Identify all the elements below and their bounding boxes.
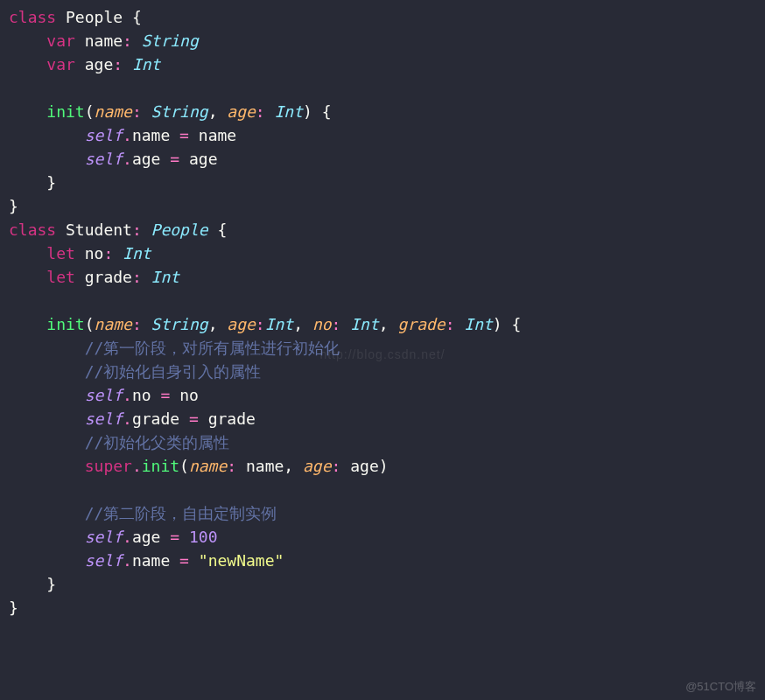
comma: , bbox=[293, 315, 303, 333]
type-int: Int bbox=[151, 268, 180, 286]
watermark-bottom-right: @51CTO博客 bbox=[685, 678, 756, 696]
type-string: String bbox=[151, 315, 208, 333]
self-keyword: self bbox=[85, 386, 123, 404]
comma: , bbox=[379, 315, 389, 333]
paren-close: ) bbox=[303, 102, 312, 121]
value: no bbox=[179, 386, 199, 404]
brace-close: } bbox=[46, 575, 56, 593]
equals: = bbox=[160, 386, 170, 404]
prop: age bbox=[132, 528, 161, 546]
keyword-class: class bbox=[9, 220, 56, 239]
self-keyword: self bbox=[85, 551, 123, 570]
type-int: Int bbox=[123, 244, 151, 262]
equals: = bbox=[170, 150, 179, 168]
comment: //第二阶段，自由定制实例 bbox=[85, 504, 277, 522]
type-string: String bbox=[142, 32, 199, 50]
brace-open: { bbox=[512, 315, 522, 333]
self-keyword: self bbox=[85, 150, 123, 168]
prop: name bbox=[132, 551, 170, 570]
param-name: name bbox=[95, 315, 132, 333]
value: grade bbox=[208, 410, 256, 428]
dot: . bbox=[123, 528, 132, 546]
arg-label: name bbox=[189, 457, 227, 475]
prop: name bbox=[132, 126, 170, 144]
brace-open: { bbox=[322, 102, 332, 121]
brace-close: } bbox=[46, 173, 56, 192]
number-literal: 100 bbox=[189, 528, 218, 546]
type-int: Int bbox=[275, 102, 304, 121]
colon: : bbox=[446, 315, 455, 333]
class-name: Student bbox=[66, 220, 132, 239]
string-literal: "newName" bbox=[199, 551, 284, 570]
type-int: Int bbox=[132, 55, 161, 74]
equals: = bbox=[179, 126, 189, 144]
colon: : bbox=[256, 315, 265, 333]
brace-close: } bbox=[9, 598, 18, 617]
colon: : bbox=[103, 244, 113, 262]
keyword-let: let bbox=[46, 268, 75, 286]
type-int: Int bbox=[350, 315, 379, 333]
keyword-class: class bbox=[9, 8, 56, 26]
comment: //第一阶段，对所有属性进行初始化 bbox=[85, 339, 340, 357]
colon: : bbox=[332, 457, 341, 475]
value: name bbox=[199, 126, 236, 144]
dot: . bbox=[123, 410, 132, 428]
param-grade: grade bbox=[397, 315, 445, 333]
equals: = bbox=[189, 410, 199, 428]
brace-open: { bbox=[132, 8, 142, 26]
colon: : bbox=[227, 457, 236, 475]
paren-open: ( bbox=[85, 102, 95, 121]
dot: . bbox=[123, 551, 132, 570]
paren-close: ) bbox=[493, 315, 502, 333]
equals: = bbox=[170, 528, 179, 546]
type-string: String bbox=[151, 102, 208, 121]
code-block: class People { var name: String var age:… bbox=[9, 5, 756, 620]
prop-name: name bbox=[85, 32, 123, 50]
param-name: name bbox=[95, 102, 132, 121]
brace-open: { bbox=[217, 220, 227, 239]
arg-label: age bbox=[303, 457, 332, 475]
dot: . bbox=[123, 126, 132, 144]
dot: . bbox=[123, 150, 132, 168]
self-keyword: self bbox=[85, 126, 123, 144]
arg-value: name bbox=[246, 457, 284, 475]
self-keyword: self bbox=[85, 528, 123, 546]
prop-no: no bbox=[85, 244, 104, 262]
colon: : bbox=[132, 268, 142, 286]
prop: age bbox=[132, 150, 161, 168]
paren-open: ( bbox=[85, 315, 95, 333]
brace-close: } bbox=[9, 197, 18, 215]
self-keyword: self bbox=[85, 410, 123, 428]
arg-value: age bbox=[350, 457, 379, 475]
keyword-var: var bbox=[46, 32, 75, 50]
param-age: age bbox=[227, 102, 256, 121]
comment: //初始化父类的属性 bbox=[85, 433, 230, 452]
superclass: People bbox=[151, 220, 208, 239]
init-keyword: init bbox=[46, 315, 84, 333]
comment: //初始化自身引入的属性 bbox=[85, 362, 262, 381]
dot: . bbox=[132, 457, 142, 475]
init-call: init bbox=[142, 457, 179, 475]
comma: , bbox=[284, 457, 293, 475]
colon: : bbox=[256, 102, 265, 121]
comma: , bbox=[208, 102, 218, 121]
keyword-var: var bbox=[46, 55, 75, 74]
param-age: age bbox=[227, 315, 256, 333]
dot: . bbox=[123, 386, 132, 404]
colon: : bbox=[132, 102, 142, 121]
prop-grade: grade bbox=[85, 268, 132, 286]
colon: : bbox=[113, 55, 123, 74]
param-no: no bbox=[312, 315, 332, 333]
super-keyword: super bbox=[85, 457, 132, 475]
type-int: Int bbox=[464, 315, 493, 333]
init-keyword: init bbox=[46, 102, 84, 121]
class-name: People bbox=[66, 8, 123, 26]
colon: : bbox=[132, 220, 142, 239]
colon: : bbox=[332, 315, 341, 333]
equals: = bbox=[179, 551, 189, 570]
prop: no bbox=[132, 386, 151, 404]
value: age bbox=[189, 150, 218, 168]
keyword-let: let bbox=[46, 244, 75, 262]
prop: grade bbox=[132, 410, 179, 428]
prop-age: age bbox=[85, 55, 114, 74]
